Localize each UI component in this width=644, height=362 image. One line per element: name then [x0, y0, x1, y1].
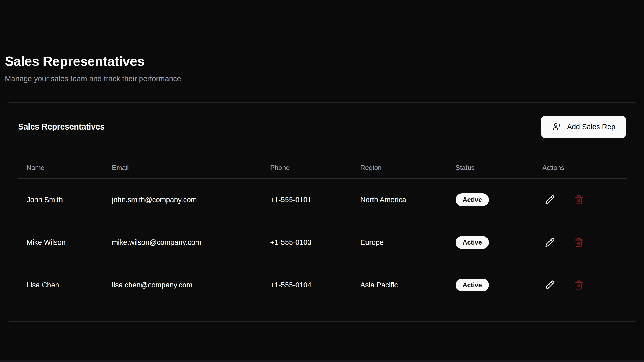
- sales-reps-card: Sales Representatives Add Sales Rep: [5, 102, 639, 322]
- pencil-icon: [545, 280, 555, 290]
- actions-cell: [534, 179, 627, 221]
- table-row: John Smith john.smith@company.com +1-555…: [18, 179, 627, 221]
- add-sales-rep-button[interactable]: Add Sales Rep: [541, 116, 626, 138]
- column-header-phone: Phone: [262, 157, 352, 179]
- status-badge: Active: [456, 193, 489, 206]
- column-header-status: Status: [447, 157, 534, 179]
- delete-button[interactable]: [571, 278, 586, 293]
- table-header: Name Email Phone Region Status Actions: [18, 157, 627, 179]
- edit-button[interactable]: [542, 278, 557, 293]
- pencil-icon: [545, 195, 555, 205]
- region-cell: Asia Pacific: [352, 264, 447, 306]
- trash-icon: [574, 238, 584, 247]
- trash-icon: [574, 280, 584, 290]
- status-cell: Active: [447, 179, 534, 221]
- sales-reps-page: Sales Representatives Manage your sales …: [0, 0, 644, 322]
- card-title: Sales Representatives: [18, 122, 105, 132]
- name-cell: John Smith: [18, 179, 103, 221]
- delete-button[interactable]: [571, 235, 586, 250]
- actions-cell: [534, 221, 627, 264]
- pencil-icon: [545, 238, 555, 247]
- table-row: Lisa Chen lisa.chen@company.com +1-555-0…: [18, 264, 627, 306]
- email-cell: mike.wilson@company.com: [103, 221, 262, 264]
- trash-icon: [574, 195, 584, 205]
- region-cell: Europe: [352, 221, 447, 264]
- page-title: Sales Representatives: [5, 0, 639, 69]
- sales-reps-table: Name Email Phone Region Status Actions J…: [18, 157, 627, 306]
- column-header-name: Name: [18, 157, 103, 179]
- name-cell: Mike Wilson: [18, 221, 103, 264]
- region-cell: North America: [352, 179, 447, 221]
- table-body: John Smith john.smith@company.com +1-555…: [18, 179, 627, 306]
- phone-cell: +1-555-0103: [262, 221, 352, 264]
- window-bottom-edge: [0, 360, 644, 362]
- add-sales-rep-label: Add Sales Rep: [567, 123, 615, 131]
- column-header-actions: Actions: [534, 157, 627, 179]
- table-row: Mike Wilson mike.wilson@company.com +1-5…: [18, 221, 627, 264]
- status-cell: Active: [447, 221, 534, 264]
- phone-cell: +1-555-0104: [262, 264, 352, 306]
- column-header-email: Email: [103, 157, 262, 179]
- status-cell: Active: [447, 264, 534, 306]
- phone-cell: +1-555-0101: [262, 179, 352, 221]
- edit-button[interactable]: [542, 192, 557, 207]
- user-plus-icon: [552, 122, 561, 131]
- actions-cell: [534, 264, 627, 306]
- page-subtitle: Manage your sales team and track their p…: [5, 74, 639, 84]
- card-header: Sales Representatives Add Sales Rep: [18, 116, 626, 138]
- edit-button[interactable]: [542, 235, 557, 250]
- column-header-region: Region: [352, 157, 447, 179]
- status-badge: Active: [456, 279, 489, 291]
- delete-button[interactable]: [571, 192, 586, 207]
- email-cell: lisa.chen@company.com: [103, 264, 262, 306]
- name-cell: Lisa Chen: [18, 264, 103, 306]
- status-badge: Active: [456, 236, 489, 249]
- email-cell: john.smith@company.com: [103, 179, 262, 221]
